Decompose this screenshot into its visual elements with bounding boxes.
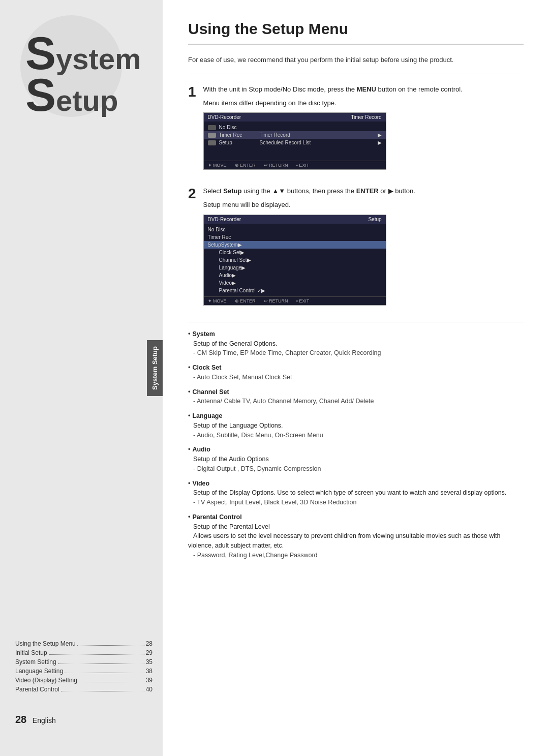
osd2-row-timerrec: Timer Rec — [204, 233, 386, 241]
step-2-text3: Setup menu will be displayed. — [203, 200, 524, 210]
disc-icon — [208, 125, 216, 130]
toc-item-4: Language Setting 38 — [15, 668, 152, 675]
menu-item-system: •System Setup of the General Options. - … — [188, 329, 524, 358]
osd-footer-1: ✦ MOVE ⊕ ENTER ↩ RETURN ▪ EXIT — [204, 161, 386, 169]
step-1: 1 With the unit in Stop mode/No Disc mod… — [188, 84, 524, 176]
toc-item-3: System Setting 35 — [15, 658, 152, 666]
step-1-text1: With the unit in Stop mode/No Disc mode,… — [203, 84, 524, 95]
toc-item-6: Parental Control 40 — [15, 686, 152, 693]
osd-body-2: No Disc Timer Rec Setup System ▶ Cl — [204, 224, 386, 296]
toc-item-5: Video (Display) Setting 39 — [15, 677, 152, 684]
step-1-number: 1 — [188, 84, 196, 100]
osd2-row-audio: Audio ▶ — [204, 271, 386, 279]
osd-row-nodisc: No Disc — [204, 124, 386, 131]
toc-item-2: Initial Setup 29 — [15, 649, 152, 656]
osd-footer-2: ✦ MOVE ⊕ ENTER ↩ RETURN ▪ EXIT — [204, 296, 386, 305]
left-panel: S ystem S etup System Setup Using the Se… — [0, 0, 163, 756]
menu-item-parental: •Parental Control Setup of the Parental … — [188, 512, 524, 560]
section-title: Using the Setup Menu — [188, 20, 524, 45]
toc-item-1: Using the Setup Menu 28 — [15, 640, 152, 647]
osd2-row-video: Video ▶ — [204, 279, 386, 287]
osd-row-timerrec: Timer Rec Timer Record ▶ — [204, 131, 386, 139]
osd-header-1: DVD-Recorder Timer Record — [204, 113, 386, 122]
osd-row-blank1 — [204, 146, 386, 150]
intro-text: For ease of use, we recommend that you p… — [188, 55, 524, 74]
menu-item-clockset: •Clock Set - Auto Clock Set, Manual Cloc… — [188, 363, 524, 382]
step-2-text1: Select Setup using the ▲▼ buttons, then … — [203, 186, 524, 197]
osd2-row-parental: Parental Control ✓ ▶ — [204, 287, 386, 294]
table-of-contents: Using the Setup Menu 28 Initial Setup 29… — [15, 640, 152, 695]
timer-icon — [208, 133, 216, 138]
setup-icon — [208, 140, 216, 145]
step-2: 2 Select Setup using the ▲▼ buttons, the… — [188, 186, 524, 312]
osd-row-blank2 — [204, 150, 386, 155]
step-2-content: Select Setup using the ▲▼ buttons, then … — [203, 186, 524, 312]
menu-item-channelset: •Channel Set - Antenna/ Cable TV, Auto C… — [188, 387, 524, 407]
osd2-row-nodisc: No Disc — [204, 226, 386, 233]
osd2-row-setup: Setup System ▶ — [204, 241, 386, 249]
chapter-title: S ystem S etup — [25, 31, 163, 118]
osd-screen-2: DVD-Recorder Setup No Disc Timer Rec Set… — [203, 215, 386, 306]
right-panel: Using the Setup Menu For ease of use, we… — [163, 0, 549, 756]
page-number: 28 English — [15, 714, 56, 725]
osd2-row-clockset: Clock Set ▶ — [204, 249, 386, 256]
title-ystem: ystem — [56, 44, 141, 74]
osd-row-setup1: Setup Scheduled Record List ▶ — [204, 139, 386, 146]
title-s2: S — [25, 72, 56, 118]
osd-body-1: No Disc Timer Rec Timer Record ▶ Setup S… — [204, 122, 386, 161]
osd2-row-channelset: Channel Set ▶ — [204, 256, 386, 264]
side-tab-label: System Setup — [147, 340, 163, 396]
step-1-text3: Menu items differ depending on the disc … — [203, 98, 524, 109]
osd-header-2: DVD-Recorder Setup — [204, 215, 386, 224]
title-etup: etup — [56, 86, 118, 115]
menu-item-audio: •Audio Setup of the Audio Options - Digi… — [188, 445, 524, 473]
osd-screen-1: DVD-Recorder Timer Record No Disc Timer … — [203, 112, 386, 170]
step-2-number: 2 — [188, 186, 196, 202]
step-1-content: With the unit in Stop mode/No Disc mode,… — [203, 84, 524, 176]
menu-items-section: •System Setup of the General Options. - … — [188, 322, 524, 560]
osd2-row-language: Language ▶ — [204, 264, 386, 271]
osd-row-blank3 — [204, 155, 386, 159]
menu-item-video: •Video Setup of the Display Options. Use… — [188, 479, 524, 507]
menu-item-language: •Language Setup of the Language Options.… — [188, 411, 524, 440]
